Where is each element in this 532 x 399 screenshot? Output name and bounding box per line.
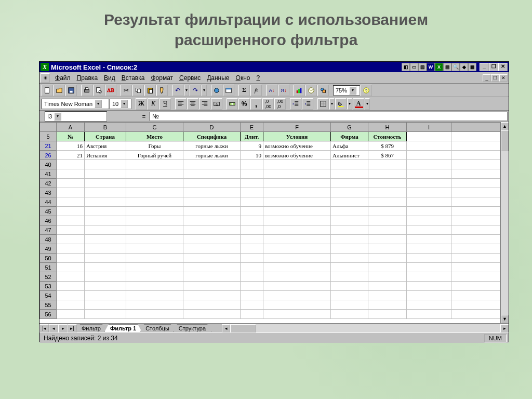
fill-dropdown-icon[interactable]: ▾ [347,98,352,110]
cell[interactable] [407,207,451,216]
cell[interactable] [263,291,331,300]
cell[interactable] [57,263,85,272]
cell[interactable] [183,216,241,225]
sheet-tab[interactable]: Фильтр [76,324,107,332]
cell[interactable] [85,160,126,169]
cell[interactable] [451,300,500,310]
cell[interactable] [331,179,368,188]
table-header-cell[interactable]: № [57,132,85,141]
doc-minimize-button[interactable]: _ [483,74,491,82]
align-left-icon[interactable] [175,98,187,110]
cell[interactable] [451,254,500,263]
cell[interactable] [126,235,183,244]
tray-icon[interactable]: ▧ [418,63,427,71]
cell[interactable] [331,188,368,197]
scroll-track[interactable] [501,130,509,315]
menu-?[interactable]: ? [253,73,263,83]
cell[interactable] [85,197,126,207]
cell[interactable] [368,244,407,254]
cell[interactable] [241,244,263,254]
column-header-D[interactable]: D [183,123,241,132]
table-header-cell[interactable]: Длит. [241,132,263,141]
cell[interactable] [85,263,126,272]
cell[interactable] [57,169,85,179]
row-header[interactable]: 55 [40,300,57,310]
cell[interactable] [57,216,85,225]
cell[interactable] [85,272,126,282]
cell[interactable] [368,169,407,179]
align-right-icon[interactable] [199,98,210,110]
row-header[interactable]: 47 [40,225,57,235]
cell[interactable]: Горный ручей [126,151,183,160]
cell[interactable] [331,169,368,179]
cell[interactable] [263,225,331,235]
web-toolbar-icon[interactable] [223,85,234,96]
cell[interactable]: 9 [241,141,263,151]
cell[interactable] [407,244,451,254]
cell[interactable] [85,207,126,216]
cell[interactable] [331,160,368,169]
sort-desc-icon[interactable]: Я↓ [278,85,289,96]
cell[interactable] [368,263,407,272]
chart-wizard-icon[interactable] [294,85,305,96]
cell[interactable]: Горы [126,141,183,151]
sort-asc-icon[interactable]: А↓ [266,85,277,96]
cell[interactable] [126,188,183,197]
cell[interactable]: 16 [57,141,85,151]
menu-сервис[interactable]: Сервис [176,73,204,83]
doc-close-button[interactable]: ✕ [499,74,508,82]
row-header[interactable]: 42 [40,179,57,188]
cell[interactable] [331,254,368,263]
cell[interactable] [126,197,183,207]
cell[interactable] [57,244,85,254]
cell[interactable] [183,244,241,254]
cell[interactable] [263,244,331,254]
tab-nav-prev-icon[interactable]: ◂ [49,324,58,332]
row-header[interactable]: 45 [40,207,57,216]
cell[interactable] [126,282,183,291]
row-header[interactable]: 48 [40,235,57,244]
cell[interactable] [241,169,263,179]
column-header-A[interactable]: A [57,123,85,132]
cell[interactable] [368,291,407,300]
function-wizard-icon[interactable]: fx [250,85,262,96]
name-box[interactable]: I3 ▾ [45,111,107,122]
cell[interactable] [368,160,407,169]
cell[interactable]: горные лыжи [183,141,241,151]
cell[interactable] [241,188,263,197]
cell[interactable] [85,254,126,263]
copy-icon[interactable] [132,85,144,96]
cell[interactable] [451,160,500,169]
menu-файл[interactable]: Файл [52,73,74,83]
cell[interactable] [331,207,368,216]
table-header-cell[interactable]: Место [126,132,183,141]
row-header[interactable]: 5 [40,132,57,141]
cell[interactable] [368,225,407,235]
cell[interactable] [126,225,183,235]
cell[interactable] [183,263,241,272]
increase-decimal-icon[interactable]: ,0,00 [262,98,274,110]
cell[interactable] [57,188,85,197]
scroll-thumb[interactable] [501,130,509,151]
column-header-C[interactable]: C [126,123,183,132]
cell[interactable] [451,244,500,254]
cell[interactable] [263,263,331,272]
cell[interactable] [451,197,500,207]
row-header[interactable]: 54 [40,291,57,300]
cell[interactable] [263,197,331,207]
increase-indent-icon[interactable] [302,98,313,110]
menu-формат[interactable]: Формат [148,73,176,83]
format-painter-icon[interactable] [156,85,168,96]
scroll-up-icon[interactable]: ▲ [501,122,509,130]
cell[interactable] [57,207,85,216]
cell[interactable] [407,216,451,225]
cell[interactable] [368,235,407,244]
cell[interactable] [451,291,500,300]
cell[interactable] [183,207,241,216]
cell[interactable] [85,235,126,244]
cell[interactable] [183,160,241,169]
spellcheck-icon[interactable]: ᴧʙ [105,85,116,96]
cell[interactable] [85,291,126,300]
cell[interactable] [331,291,368,300]
cell[interactable] [451,225,500,235]
